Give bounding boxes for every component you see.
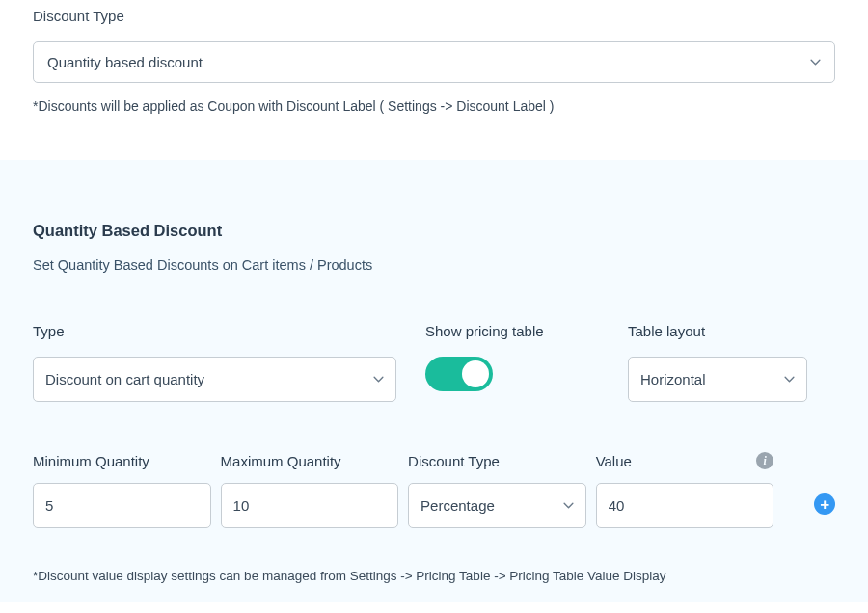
- min-qty-column: Minimum Quantity: [33, 453, 211, 528]
- section-desc: Set Quantity Based Discounts on Cart ite…: [33, 257, 835, 273]
- qty-based-section: Quantity Based Discount Set Quantity Bas…: [0, 160, 868, 602]
- value-column: Value i: [596, 452, 774, 528]
- info-icon[interactable]: i: [756, 452, 773, 469]
- chevron-down-icon: [810, 59, 821, 66]
- layout-label: Table layout: [628, 323, 807, 339]
- type-select[interactable]: Discount on cart quantity: [33, 357, 396, 402]
- max-qty-label: Maximum Quantity: [221, 453, 341, 469]
- section-title: Quantity Based Discount: [33, 222, 835, 240]
- chevron-down-icon: [373, 376, 384, 383]
- rule-row: Minimum Quantity Maximum Quantity Discou…: [33, 452, 835, 528]
- discount-subtype-value: Percentage: [420, 497, 495, 514]
- top-section: Discount Type Quantity based discount *D…: [0, 0, 868, 160]
- toggle-knob: [462, 360, 489, 387]
- type-value: Discount on cart quantity: [45, 371, 204, 387]
- max-qty-input[interactable]: [221, 483, 399, 528]
- layout-select[interactable]: Horizontal: [628, 357, 807, 402]
- show-pricing-toggle[interactable]: [425, 357, 493, 391]
- value-label: Value: [596, 453, 632, 469]
- discount-subtype-column: Discount Type Percentage: [408, 453, 586, 528]
- discount-type-value: Quantity based discount: [47, 54, 203, 70]
- discount-type-label: Discount Type: [33, 8, 835, 24]
- value-input[interactable]: [596, 483, 774, 528]
- discount-type-select[interactable]: Quantity based discount: [33, 41, 835, 83]
- layout-column: Table layout Horizontal: [628, 323, 807, 402]
- discount-subtype-label: Discount Type: [408, 453, 500, 469]
- discount-subtype-select[interactable]: Percentage: [408, 483, 586, 528]
- min-qty-input[interactable]: [33, 483, 211, 528]
- chevron-down-icon: [784, 376, 795, 383]
- show-pricing-column: Show pricing table: [425, 323, 599, 402]
- chevron-down-icon: [563, 502, 574, 509]
- show-pricing-label: Show pricing table: [425, 323, 599, 339]
- type-label: Type: [33, 323, 396, 339]
- type-column: Type Discount on cart quantity: [33, 323, 396, 402]
- min-qty-label: Minimum Quantity: [33, 453, 149, 469]
- layout-value: Horizontal: [640, 371, 706, 387]
- max-qty-column: Maximum Quantity: [221, 453, 399, 528]
- discount-hint: *Discounts will be applied as Coupon wit…: [33, 98, 835, 114]
- footer-hint: *Discount value display settings can be …: [33, 569, 835, 583]
- config-row-1: Type Discount on cart quantity Show pric…: [33, 323, 835, 402]
- add-row-button[interactable]: [814, 493, 835, 515]
